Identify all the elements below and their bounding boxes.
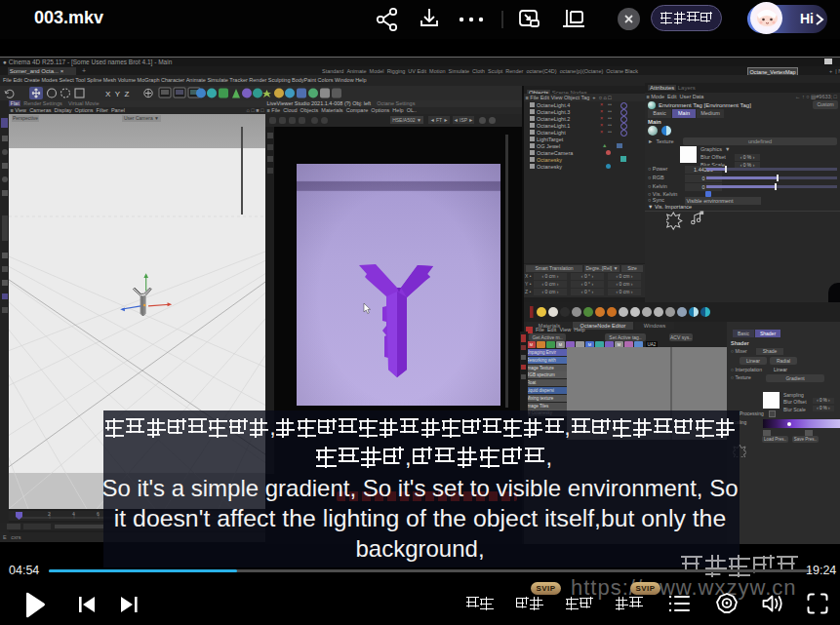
svg-text:X Y Z: X Y Z: [105, 90, 130, 98]
